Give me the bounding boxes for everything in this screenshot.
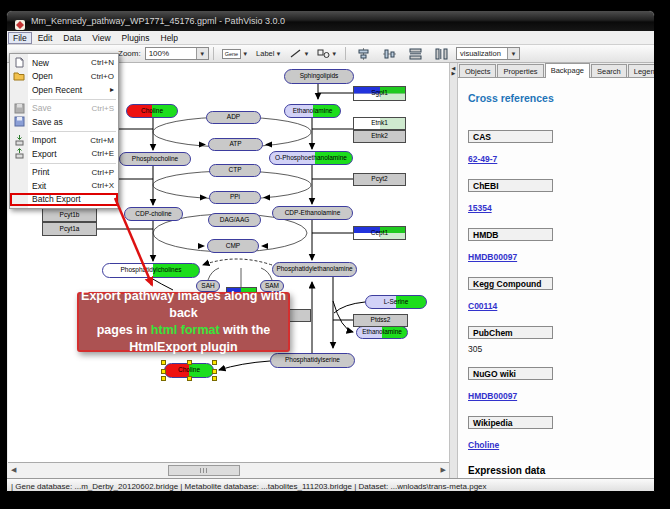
file-menu-item-save[interactable]: SaveCtrl+S <box>10 102 118 116</box>
pathway-node-choline-top[interactable]: Choline <box>126 104 178 118</box>
pathway-node-pcyt1a[interactable]: Pcyt1a <box>42 222 97 236</box>
export-icon <box>10 148 28 159</box>
selection-handle[interactable] <box>187 360 192 365</box>
menu-item-label: Save <box>28 103 92 113</box>
menu-item-label: Open Recent <box>28 85 110 95</box>
menu-item-label: Export <box>28 149 92 159</box>
selection-handle[interactable] <box>212 360 217 365</box>
pathway-node-sgpl1[interactable]: Sgpl1 <box>353 86 406 101</box>
menu-separator <box>30 163 116 164</box>
pathway-node-l-serine[interactable]: L-Serine <box>365 295 427 309</box>
annotation-line3: HtmlExport plugin <box>79 339 288 356</box>
pathvisio-window: Mm_Kennedy_pathway_WP1771_45176.gpml - P… <box>6 10 655 492</box>
file-menu-item-import[interactable]: ImportCtrl+M <box>10 134 118 148</box>
annotation-line2: pages in html format with the <box>79 322 288 339</box>
file-menu-item-export[interactable]: ExportCtrl+E <box>10 147 118 161</box>
submenu-arrow-icon: ▸ <box>110 85 114 94</box>
menu-shortcut: Ctrl+E <box>92 149 114 158</box>
import-icon <box>10 135 28 146</box>
file-menu-item-print[interactable]: PrintCtrl+P <box>10 166 118 180</box>
pathway-node-phosphatidylethanolamine[interactable]: Phosphatidylethanolamine <box>272 262 357 277</box>
pathway-node-etnk2[interactable]: Etnk2 <box>353 130 406 143</box>
save-as-icon <box>10 116 28 127</box>
pathway-node-cept1[interactable]: Cept1 <box>353 226 406 240</box>
pathway-node-pcyt2[interactable]: Pcyt2 <box>353 173 406 186</box>
file-menu-item-open-recent[interactable]: Open Recent▸ <box>10 83 118 97</box>
pathway-node-adp[interactable]: ADP <box>206 111 261 124</box>
file-menu-item-open[interactable]: OpenCtrl+O <box>10 70 118 84</box>
pathway-node-ctp[interactable]: CTP <box>209 164 261 177</box>
pathway-node-ptdss2[interactable]: Ptdss2 <box>353 314 408 327</box>
pathway-node-pcyt1b[interactable]: Pcyt1b <box>42 208 97 222</box>
menu-item-label: Open <box>28 71 91 81</box>
selection-handle[interactable] <box>187 376 192 381</box>
annotation-callout: Export pathway images along with back pa… <box>77 292 290 352</box>
menu-item-label: New <box>28 58 91 68</box>
menu-shortcut: Ctrl+S <box>92 104 114 113</box>
pathway-node-ethanolamine-top[interactable]: Ethanolamine <box>284 104 341 118</box>
selection-handle[interactable] <box>161 376 166 381</box>
selection-handle[interactable] <box>212 369 217 374</box>
menu-shortcut: Ctrl+X <box>92 181 114 190</box>
menu-separator <box>30 131 116 132</box>
save-icon <box>10 103 28 114</box>
pathway-node-cdp-ethanolamine[interactable]: CDP-Ethanolamine <box>272 206 353 220</box>
file-menu-item-save-as[interactable]: Save as <box>10 115 118 129</box>
selection-handle[interactable] <box>161 369 166 374</box>
menu-shortcut: Ctrl+O <box>91 72 114 81</box>
pathway-node-ethanolamine-bottom[interactable]: Ethanolamine <box>356 326 408 339</box>
menu-shortcut: Ctrl+P <box>92 168 114 177</box>
selection-handle[interactable] <box>161 360 166 365</box>
pathway-node-gene-partial[interactable] <box>287 309 311 322</box>
file-menu-item-new[interactable]: NewCtrl+N <box>10 56 118 70</box>
pathway-node-phosphatidylcholines[interactable]: Phosphatidylcholines <box>102 263 200 278</box>
pathway-node-cmp[interactable]: CMP <box>207 239 259 253</box>
new-file-icon <box>10 57 28 68</box>
pathway-node-o-phosphoethanolamine[interactable]: O-Phosphoethanolamine <box>269 151 353 165</box>
pathway-node-atp[interactable]: ATP <box>208 138 263 151</box>
menu-item-label: Save as <box>28 117 114 127</box>
menu-item-label: Batch Export <box>28 194 114 204</box>
pathway-node-phosphocholine[interactable]: Phosphocholine <box>119 152 191 166</box>
menu-item-label: Import <box>28 135 90 145</box>
pathway-node-sphingolipids[interactable]: Sphingolipids <box>284 69 354 84</box>
pathway-node-dag-aag[interactable]: DAG/AAG <box>208 213 261 227</box>
menu-shortcut: Ctrl+M <box>90 136 114 145</box>
screenshot-frame: Mm_Kennedy_pathway_WP1771_45176.gpml - P… <box>0 0 670 509</box>
selection-handle[interactable] <box>212 376 217 381</box>
annotation-line1: Export pathway images along with back <box>79 288 288 322</box>
pathway-node-cdp-choline[interactable]: CDP-choline <box>124 207 183 221</box>
pathway-node-choline-selected[interactable]: Choline <box>164 363 214 378</box>
pathway-node-ppi[interactable]: PPi <box>209 191 261 204</box>
menu-separator <box>30 99 116 100</box>
menu-item-label: Print <box>28 167 92 177</box>
open-folder-icon <box>10 71 28 81</box>
file-menu-item-batch-export[interactable]: Batch Export <box>10 193 118 207</box>
pathway-node-etnk1[interactable]: Etnk1 <box>353 117 406 130</box>
menu-shortcut: Ctrl+N <box>91 58 114 67</box>
annotation-highlight: html format <box>151 323 220 337</box>
menu-item-label: Exit <box>28 181 92 191</box>
file-menu-item-exit[interactable]: ExitCtrl+X <box>10 179 118 193</box>
file-menu-popup: NewCtrl+NOpenCtrl+OOpen Recent▸SaveCtrl+… <box>9 53 119 209</box>
